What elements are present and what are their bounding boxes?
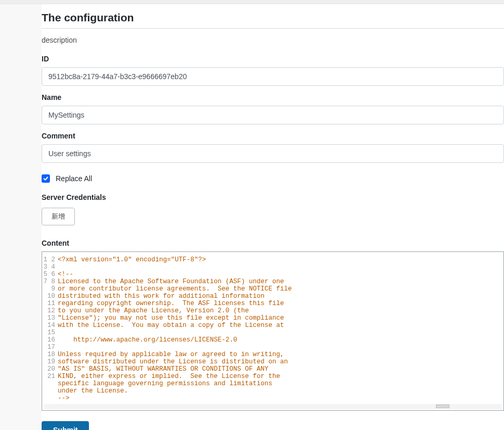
comment-input[interactable] <box>42 144 504 163</box>
replace-all-label: Replace All <box>56 174 92 183</box>
id-label: ID <box>42 55 504 63</box>
name-label: Name <box>42 93 504 102</box>
field-group-comment: Comment <box>42 132 504 163</box>
add-credentials-button[interactable]: 新增 <box>42 208 75 225</box>
code-gutter: 1 2 3 4 5 6 7 8 9 10 11 12 13 14 15 16 1… <box>42 252 56 410</box>
code-horizontal-scrollbar[interactable] <box>44 404 501 409</box>
field-group-name: Name <box>42 93 504 124</box>
content-label: Content <box>42 239 504 247</box>
top-bar <box>0 0 504 4</box>
page-title: The configuration <box>42 4 504 29</box>
id-input[interactable] <box>42 67 504 86</box>
page-description: description <box>42 29 504 47</box>
code-body[interactable]: <?xml version="1.0" encoding="UTF-8"?> <… <box>58 252 501 404</box>
code-scroll-thumb[interactable] <box>436 404 449 408</box>
replace-all-checkbox[interactable] <box>42 174 50 183</box>
name-input[interactable] <box>42 106 504 124</box>
content-editor[interactable]: 1 2 3 4 5 6 7 8 9 10 11 12 13 14 15 16 1… <box>42 251 504 411</box>
page-container: The configuration description ID Name Co… <box>42 4 504 430</box>
check-icon <box>43 176 48 181</box>
server-credentials-label: Server Credentials <box>42 193 504 201</box>
replace-all-row: Replace All <box>42 174 504 183</box>
submit-button[interactable]: Submit <box>42 421 89 430</box>
field-group-id: ID <box>42 55 504 86</box>
comment-label: Comment <box>42 132 504 140</box>
